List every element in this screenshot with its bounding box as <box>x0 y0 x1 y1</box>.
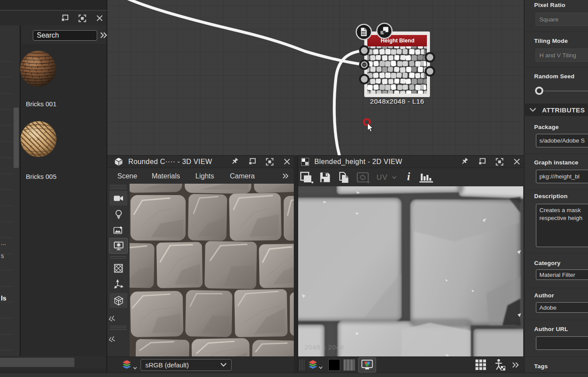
chevron-down-icon[interactable] <box>392 176 397 179</box>
view3d-menu-more[interactable] <box>282 173 289 179</box>
library-item-label[interactable]: Bricks 001 <box>26 100 56 108</box>
library-item-thumbnail[interactable] <box>20 50 56 87</box>
description-line: respective heigh <box>539 214 582 222</box>
slider-knob[interactable] <box>535 87 543 95</box>
view2d-title: Blended_height - 2D VIEW <box>314 158 402 166</box>
background-color-swatch[interactable] <box>328 359 340 371</box>
node-badge-comment[interactable] <box>356 24 372 40</box>
drag-handle[interactable] <box>299 360 305 370</box>
input-connector[interactable] <box>360 75 369 84</box>
float-icon[interactable] <box>61 14 69 22</box>
float-icon[interactable] <box>478 158 486 165</box>
attributes-section-header[interactable]: ATTRIBUTES <box>525 104 588 116</box>
library-item-thumbnail[interactable] <box>20 121 57 157</box>
maximize-icon[interactable] <box>266 158 274 166</box>
package-input[interactable]: s/adobe/Adobe S <box>536 134 588 147</box>
output-connector[interactable] <box>426 53 434 62</box>
maximize-icon[interactable] <box>78 14 86 22</box>
dice-cube-icon <box>114 296 123 306</box>
chevron-down-icon <box>220 363 227 367</box>
view2d-bottombar-more[interactable] <box>512 362 519 368</box>
view2d-render: 2048 x 2048 <box>298 186 523 357</box>
library-tree-vscrollbar[interactable] <box>14 108 19 168</box>
output-connector[interactable] <box>426 67 434 76</box>
input-connector[interactable] <box>360 46 369 55</box>
geometry-tool-button[interactable] <box>109 293 127 308</box>
pin-icon[interactable] <box>230 157 239 166</box>
graph-instance-input[interactable]: pkg:///height_bl <box>536 170 588 183</box>
slider-track[interactable] <box>544 91 588 91</box>
close-icon[interactable] <box>513 158 521 165</box>
light-tool-button[interactable] <box>109 207 127 222</box>
save-button[interactable] <box>319 171 331 183</box>
menu-scene[interactable]: Scene <box>116 172 138 180</box>
tiling-mode-select[interactable]: H and V Tiling <box>535 49 588 62</box>
view3d-render <box>130 184 294 356</box>
substance-designer-window: Height Blend 2048x2048 - L16 2048x2048 -… <box>0 0 588 377</box>
camera-icon <box>113 195 124 202</box>
chevron-down-icon[interactable] <box>319 366 323 369</box>
svg-text:2048x2048 - L16: 2048x2048 - L16 <box>370 98 424 105</box>
category-input[interactable]: Material Filter <box>536 269 588 280</box>
pin-icon[interactable] <box>460 157 468 166</box>
search-input[interactable]: Search <box>33 30 97 41</box>
display-settings-tool-button[interactable] <box>109 238 127 253</box>
axis-tool-button[interactable] <box>109 277 127 292</box>
library-more-chevron[interactable] <box>100 32 108 38</box>
new-view-button[interactable] <box>300 171 314 184</box>
info-button[interactable]: i <box>407 171 410 182</box>
camera-tool-button[interactable] <box>109 191 127 206</box>
float-icon[interactable] <box>248 158 256 165</box>
tags-label: Tags <box>534 363 548 370</box>
view2d-titlebar[interactable]: Blended_height - 2D VIEW <box>298 156 524 168</box>
tree-item-fragment[interactable]: s <box>1 252 4 259</box>
chevron-down-icon[interactable] <box>133 363 137 371</box>
layers-icon[interactable] <box>121 359 133 371</box>
menu-camera[interactable]: Camera <box>229 172 256 180</box>
library-item-label[interactable]: Bricks 005 <box>26 173 56 180</box>
graph-wires[interactable] <box>120 0 366 161</box>
author-url-input[interactable] <box>536 336 588 350</box>
description-textarea[interactable]: Creates a mask respective heigh <box>536 204 588 247</box>
wire-connection[interactable] <box>120 0 365 65</box>
tree-item-fragment[interactable]: ... <box>1 239 6 246</box>
colorspace-dropdown[interactable]: sRGB (default) <box>141 359 232 371</box>
menu-materials[interactable]: Materials <box>151 172 181 180</box>
tree-item-fragment[interactable]: ls <box>1 294 7 302</box>
chevron-down-icon <box>529 108 536 112</box>
environment-tool-button[interactable] <box>109 223 127 237</box>
collapse-chevrons-icon[interactable] <box>108 316 116 322</box>
library-hscrollbar-thumb[interactable] <box>0 358 74 367</box>
pixel-ratio-select[interactable]: Square <box>535 13 588 26</box>
environment-image-icon <box>113 226 123 235</box>
maximize-icon[interactable] <box>496 158 503 166</box>
panel-splitter[interactable] <box>294 155 298 373</box>
save-icon <box>319 171 331 183</box>
view3d-titlebar[interactable]: Rounded C···· - 3D VIEW <box>107 156 294 168</box>
close-icon[interactable] <box>283 158 291 165</box>
menu-lights[interactable]: Lights <box>194 172 215 180</box>
layers-icon[interactable] <box>307 359 319 371</box>
author-input[interactable]: Adobe <box>536 302 588 313</box>
library-titlebar[interactable] <box>0 11 106 25</box>
library-hscrollbar-track[interactable] <box>0 356 106 368</box>
uv-mode-button[interactable]: UV <box>377 173 388 182</box>
display-mode-button[interactable] <box>358 357 376 373</box>
view3d-viewport[interactable] <box>130 184 294 356</box>
library-tree-column[interactable]: ... s ls <box>0 25 21 368</box>
view3d-panel: Rounded C···· - 3D VIEW Scene Materials … <box>107 155 294 373</box>
background-pattern-swatch[interactable] <box>343 359 355 371</box>
collapse-chevrons-icon[interactable] <box>108 336 116 342</box>
transform-button-disabled[interactable] <box>356 171 370 184</box>
histogram-button[interactable] <box>419 171 434 183</box>
node-height-blend[interactable]: Height Blend <box>356 23 434 97</box>
view2d-viewport[interactable]: 2048 x 2048 <box>298 186 523 357</box>
node-badge-pattern[interactable] <box>377 23 392 38</box>
chevron-down-icon[interactable] <box>529 108 536 112</box>
close-icon[interactable] <box>96 14 103 22</box>
physical-size-button[interactable] <box>493 359 506 371</box>
grid-toggle-button[interactable] <box>475 359 486 370</box>
checker-2d-icon <box>301 158 309 166</box>
wireframe-tool-button[interactable] <box>109 261 127 276</box>
copy-button[interactable] <box>338 171 349 184</box>
